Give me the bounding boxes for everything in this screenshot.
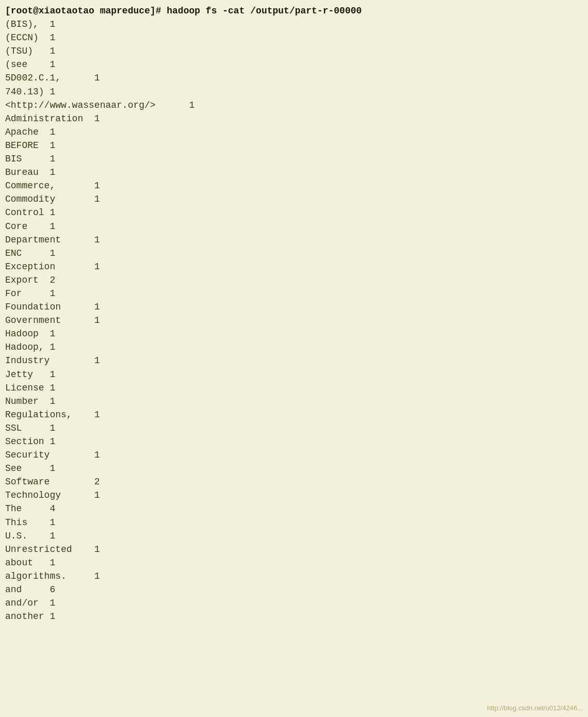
output-line: Bureau 1 <box>5 166 583 179</box>
output-line: another 1 <box>5 610 583 623</box>
output-line: Department 1 <box>5 233 583 247</box>
output-line: Number 1 <box>5 395 583 408</box>
output-line: U.S. 1 <box>5 529 583 543</box>
output-line: The 4 <box>5 502 583 515</box>
output-line: 740.13) 1 <box>5 85 583 99</box>
output-line: SSL 1 <box>5 421 583 435</box>
output-line: Unrestricted 1 <box>5 543 583 556</box>
output-line: Commodity 1 <box>5 192 583 206</box>
output-line: and 6 <box>5 583 583 596</box>
output-line: Administration 1 <box>5 112 583 125</box>
output-line: <http://www.wassenaar.org/> 1 <box>5 99 583 112</box>
output-line: Hadoop, 1 <box>5 340 583 354</box>
output-line: Regulations, 1 <box>5 408 583 421</box>
output-line: 5D002.C.1, 1 <box>5 71 583 85</box>
output-line: Industry 1 <box>5 354 583 367</box>
output-line: about 1 <box>5 556 583 569</box>
output-line: BIS 1 <box>5 152 583 166</box>
output-line: Export 2 <box>5 273 583 287</box>
terminal-output: (BIS), 1(ECCN) 1(TSU) 1(see 15D002.C.1, … <box>5 18 583 623</box>
output-line: Exception 1 <box>5 260 583 273</box>
output-line: (ECCN) 1 <box>5 31 583 44</box>
output-line: Jetty 1 <box>5 368 583 381</box>
terminal-command: [root@xiaotaotao mapreduce]# hadoop fs -… <box>5 4 583 18</box>
output-line: Government 1 <box>5 314 583 327</box>
output-line: ENC 1 <box>5 247 583 260</box>
output-line: Foundation 1 <box>5 300 583 314</box>
output-line: Apache 1 <box>5 125 583 139</box>
output-line: Security 1 <box>5 448 583 462</box>
output-line: Hadoop 1 <box>5 327 583 340</box>
output-line: (TSU) 1 <box>5 44 583 58</box>
output-line: Software 2 <box>5 475 583 488</box>
output-line: For 1 <box>5 287 583 300</box>
output-line: Core 1 <box>5 220 583 233</box>
output-line: License 1 <box>5 381 583 395</box>
terminal-container: [root@xiaotaotao mapreduce]# hadoop fs -… <box>5 4 583 623</box>
output-line: Technology 1 <box>5 488 583 502</box>
output-line: (BIS), 1 <box>5 18 583 31</box>
output-line: algorithms. 1 <box>5 569 583 583</box>
output-line: BEFORE 1 <box>5 139 583 152</box>
output-line: Control 1 <box>5 206 583 219</box>
watermark: http://blog.csdn.net/u012/4246... <box>487 704 583 712</box>
output-line: This 1 <box>5 516 583 529</box>
output-line: (see 1 <box>5 58 583 71</box>
output-line: See 1 <box>5 462 583 475</box>
output-line: Section 1 <box>5 435 583 448</box>
output-line: Commerce, 1 <box>5 179 583 192</box>
output-line: and/or 1 <box>5 596 583 610</box>
